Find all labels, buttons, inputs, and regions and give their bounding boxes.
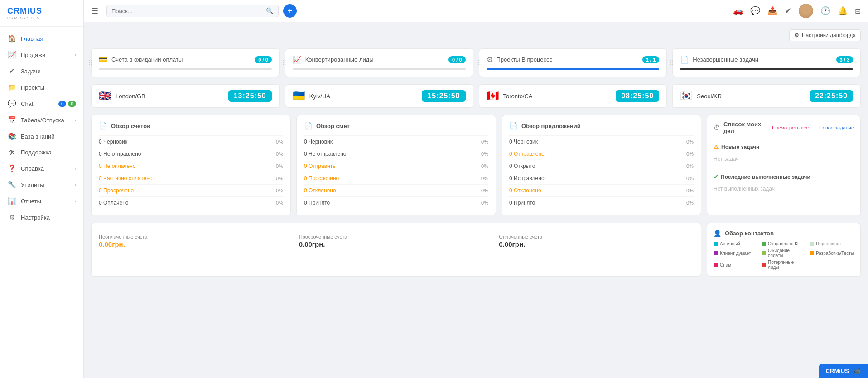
crmius-bar[interactable]: CRMiUS 📹 [819,364,868,378]
search-bar: 🔍 [106,5,279,17]
overview-row: 0 Исправлено 0% [509,172,694,184]
new-task-link[interactable]: Новое задание [819,125,854,130]
contacts-icon: 👤 [714,230,721,237]
legend-dot [762,263,766,267]
overview-icon: 📄 [509,122,518,130]
message-icon[interactable]: 💬 [750,6,760,16]
flag-icon: 🇰🇷 [680,90,692,102]
legend-label: Разработка/Тесты [816,251,854,256]
sidebar-item-settings[interactable]: ⚙ Настройка [0,209,83,225]
sidebar-item-projects[interactable]: 📁 Проекты [0,79,83,96]
reports-nav-icon: 📊 [7,197,16,205]
clock-location-label: Seoul/KR [697,93,722,100]
drag-handle[interactable]: ⠿ [476,59,480,67]
top-card-projects: ⠿ ⚙ Проекты В процессе 1 / 1 [479,48,667,77]
sidebar-nav: 🏠 Главная 📈 Продажи › ✔ Задачи 📁 Проекты… [0,27,83,378]
add-button[interactable]: + [283,4,297,18]
legend-label: Потерянные лиды [768,260,806,270]
dash-settings-bar: ⚙ Настройки дашборда [91,29,861,41]
card-title: Проекты В процессе [497,56,639,63]
proposals-overview-card: 📄 Обзор предложений 0 Черновик 0% 0 Отпр… [502,115,701,215]
overview-row: 0 Отклонено 0% [509,184,694,196]
logo: CRMiUS CRM SYSTEM [0,0,83,27]
projects-nav-label: Проекты [21,84,76,91]
overdue-invoices: Просроченные счета 0.00грн. [299,234,494,248]
hamburger-icon[interactable]: ☰ [91,6,98,16]
overview-value: 0% [686,163,694,169]
dashboard-settings-button[interactable]: ⚙ Настройки дашборда [789,29,861,41]
overview-value: 0% [276,139,283,144]
completed-tasks-empty: Нет выполненных задач [714,183,854,196]
flag-icon: 🇬🇧 [99,90,111,102]
check-icon[interactable]: ✔ [785,6,791,16]
legend-label: Клиент думает [720,251,751,256]
legend-item: Потерянные лиды [762,260,806,270]
paid-invoices: Оплаченные счета 0.00грн. [499,234,694,248]
drag-handle[interactable]: ⠿ [282,59,286,67]
sidebar-item-sales[interactable]: 📈 Продажи › [0,47,83,63]
bell-icon[interactable]: 🔔 [838,6,848,16]
gear-icon-settings: ⚙ [794,32,799,38]
overview-header: 📄 Обзор смет [304,122,488,130]
sidebar-item-knowledge[interactable]: 📚 База знаний [0,128,83,144]
card-progress-bar [487,68,660,70]
overview-row: 0 Отправить 0% [304,160,488,172]
clock-time: 15:25:50 [422,90,465,102]
clock-card-Toronto-CA: 🇨🇦 Toronto/CA 08:25:50 [479,84,667,108]
car-icon[interactable]: 🚗 [733,6,743,16]
unpaid-invoices: Неоплаченные счета 0.00грн. [99,234,294,248]
sidebar-item-home[interactable]: 🏠 Главная [0,30,83,47]
sidebar-item-chat[interactable]: 💬 Chat 00 [0,96,83,112]
drag-handle[interactable]: ⠿ [88,59,92,67]
overview-value: 0% [686,151,694,157]
header-icons: 🚗 💬 📤 ✔ 🕐 🔔 ⊞ [733,4,861,18]
knowledge-nav-icon: 📚 [7,132,16,140]
overview-value: 0% [686,176,694,181]
tasks-icon: ⏱ [714,124,720,131]
legend-dot [762,251,766,255]
search-input[interactable] [111,8,266,14]
tasks-header: ⏱ Список моих дел Посмотреть все | Новое… [707,115,860,140]
view-all-link[interactable]: Посмотреть все [772,125,809,130]
sidebar-item-reports[interactable]: 📊 Отчеты › [0,193,83,209]
arrow-icon: › [75,182,76,187]
clock-time: 08:25:50 [616,90,659,102]
sidebar-item-utilities[interactable]: 🔧 Утилиты › [0,177,83,193]
video-icon: 📹 [854,368,861,374]
clock-time: 22:25:50 [810,90,853,102]
sidebar-item-timeoff[interactable]: 📅 Табель/Отпуска › [0,112,83,128]
sidebar-item-support[interactable]: 🛠 Поддержка [0,144,83,160]
share-icon[interactable]: 📤 [767,6,777,16]
new-tasks-section: ⚠ Новые задачи Нет задач [707,140,860,170]
card-progress-track [680,68,853,70]
contacts-title: Обзор контактов [725,230,774,237]
contacts-header: 👤 Обзор контактов [714,230,854,237]
overview-label: 0 Отклонено [304,187,336,194]
paid-label: Оплаченные счета [499,234,694,239]
check-completed-icon: ✔ [714,174,718,180]
drag-handle[interactable]: ⠿ [669,59,674,67]
sidebar-item-tasks[interactable]: ✔ Задачи [0,63,83,79]
flag-icon: 🇺🇦 [293,90,305,102]
clock-location: 🇰🇷 Seoul/KR [680,90,722,102]
expand-icon[interactable]: ⊞ [855,7,861,15]
tasks-nav-label: Задачи [21,68,76,75]
overview-label: 0 Не отправлено [304,151,347,157]
logo-title: CRMiUS [7,6,76,16]
clock-icon[interactable]: 🕐 [820,6,830,16]
sidebar-item-help[interactable]: ❓ Справка › [0,160,83,177]
content-area: ⚙ Настройки дашборда ⠿ 💳 Счета в ожидани… [84,22,868,378]
clock-location: 🇨🇦 Toronto/CA [487,90,533,102]
overview-label: 0 Отправить [304,163,336,169]
avatar[interactable] [799,4,813,18]
clocks-row: 🇬🇧 London/GB 13:25:50 🇺🇦 Kyiv/UA 15:25:5… [91,84,861,108]
legend-label: Переговоры [816,241,841,246]
card-header: ⚙ Проекты В процессе 1 / 1 [487,55,660,64]
legend-item: Отправлено КП [762,241,806,246]
projects-nav-icon: 📁 [7,83,16,91]
legend-item: Переговоры [810,241,854,246]
clock-location: 🇬🇧 London/GB [99,90,145,102]
overview-value: 0% [481,176,488,181]
clock-card-Seoul-KR: 🇰🇷 Seoul/KR 22:25:50 [672,84,861,108]
card-badge: 0 / 0 [255,56,271,63]
